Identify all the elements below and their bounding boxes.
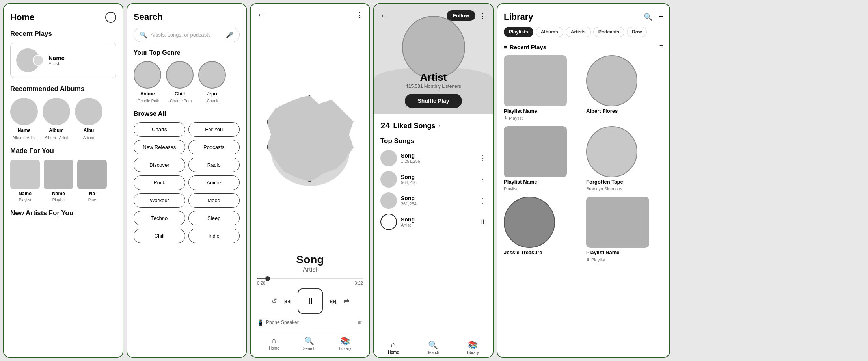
total-time: 3:22 xyxy=(355,281,363,285)
browse-radio-button[interactable]: Radio xyxy=(188,158,240,172)
library-item-4[interactable]: Forgotten Tape Brooklyn Simmons xyxy=(586,126,663,191)
follow-button[interactable]: Follow xyxy=(447,10,475,21)
small-art-circle xyxy=(33,55,44,66)
liked-arrow-icon: › xyxy=(439,122,441,129)
browse-workout-button[interactable]: Workout xyxy=(134,193,185,208)
song-plays-1: 1,251,256 xyxy=(401,159,475,164)
song-artist: Artist xyxy=(257,266,363,273)
library-nav-icon: 📚 xyxy=(340,336,350,346)
next-button[interactable]: ⏭ xyxy=(329,297,337,306)
tab-podcasts[interactable]: Podcasts xyxy=(593,27,624,37)
artist-more-button[interactable]: ⋮ xyxy=(479,11,486,20)
genre-item-jpop[interactable]: J-po · Charlie xyxy=(198,61,226,103)
shuffle-play-button[interactable]: Shuffle Play xyxy=(405,94,462,108)
repeat-button[interactable]: ↺ xyxy=(271,297,277,305)
browse-charts-button[interactable]: Charts xyxy=(134,122,185,137)
artist-nav-library[interactable]: 📚 Library xyxy=(467,340,479,355)
artist-song-row-1[interactable]: Song 1,251,256 ⋮ xyxy=(380,150,486,166)
shuffle-button[interactable]: ⇌ xyxy=(343,297,349,305)
album-item-3[interactable]: Albu Album xyxy=(75,98,102,140)
progress-times: 0:20 3:22 xyxy=(257,281,363,285)
song-name-1: Song xyxy=(401,153,475,159)
playlist-item-1[interactable]: Name Playlist xyxy=(10,160,40,202)
browse-chill-button[interactable]: Chill xyxy=(134,229,185,243)
artist-header-area: ← Follow ⋮ Artist 415,581 Monthly Listen… xyxy=(374,4,493,114)
profile-button[interactable] xyxy=(105,12,116,23)
search-input[interactable]: Artists, songs, or podcasts xyxy=(151,32,223,38)
tab-artists[interactable]: Artists xyxy=(566,27,591,37)
library-item-3[interactable]: Playlist Name Playlist xyxy=(504,126,581,191)
player-screen: ← ⋮ Song Artist 0:20 3:22 ↺ ⏮ ⏸ ⏭ ⇌ 📱 Ph… xyxy=(250,3,370,358)
nav-home[interactable]: ⌂ Home xyxy=(269,336,279,351)
progress-dot xyxy=(265,276,270,281)
search-bar[interactable]: 🔍 Artists, songs, or podcasts 🎤 xyxy=(134,28,240,42)
artist-back-button[interactable]: ← xyxy=(380,11,388,20)
browse-podcasts-button[interactable]: Podcasts xyxy=(188,140,240,154)
song-art-1 xyxy=(380,150,397,166)
browse-for-you-button[interactable]: For You xyxy=(188,122,240,137)
song-more-1[interactable]: ⋮ xyxy=(479,154,486,162)
browse-discover-button[interactable]: Discover xyxy=(134,158,185,172)
tab-albums[interactable]: Albums xyxy=(536,27,563,37)
microphone-icon[interactable]: 🎤 xyxy=(226,31,234,39)
browse-anime-button[interactable]: Anime xyxy=(188,175,240,190)
lib-sub-text-4: Brooklyn Simmons xyxy=(586,186,622,191)
progress-bar[interactable] xyxy=(257,278,363,279)
previous-button[interactable]: ⏮ xyxy=(283,297,291,306)
tab-downloads[interactable]: Dow xyxy=(627,27,647,37)
top-genre-title: Your Top Genre xyxy=(134,49,240,56)
nav-library[interactable]: 📚 Library xyxy=(339,336,351,351)
genre-art-anime xyxy=(134,61,161,89)
artist-nav-home[interactable]: ⌂ Home xyxy=(388,340,399,355)
browse-sleep-button[interactable]: Sleep xyxy=(188,211,240,225)
artist-info: Artist 415,581 Monthly Listeners Shuffle… xyxy=(405,71,462,108)
artist-song-row-3[interactable]: Song 261,254 ⋮ xyxy=(380,192,486,209)
liked-songs-row[interactable]: 24 Liked Songs › xyxy=(380,121,486,131)
browse-techno-button[interactable]: Techno xyxy=(134,211,185,225)
genre-item-anime[interactable]: Anime · Charlie Puth xyxy=(134,61,161,103)
playlist-art-1 xyxy=(10,160,40,189)
pause-button[interactable]: ⏸ xyxy=(298,288,323,314)
browse-indie-button[interactable]: Indie xyxy=(188,229,240,243)
library-grid: Playlist Name ⬇ Playlist Albert Flores P… xyxy=(504,55,663,262)
library-item-6[interactable]: Playlist Name ⬇ Playlist xyxy=(586,197,663,262)
tab-playlists[interactable]: Playlists xyxy=(504,27,533,37)
artist-song-row-4[interactable]: Song Artist ⏸ xyxy=(380,214,486,230)
more-options-button[interactable]: ⋮ xyxy=(356,11,363,19)
browse-mood-button[interactable]: Mood xyxy=(188,193,240,208)
library-add-icon[interactable]: + xyxy=(659,13,663,21)
genre-sub-anime: · Charlie Puth xyxy=(136,99,160,103)
top-songs-title: Top Songs xyxy=(380,137,486,145)
album-item-1[interactable]: Name Album · Artist xyxy=(10,98,38,140)
library-search-icon[interactable]: 🔍 xyxy=(644,13,652,21)
back-button[interactable]: ← xyxy=(257,10,265,19)
recent-plays-label: ≡ Recent Plays xyxy=(504,44,546,50)
genre-label-jpop: J-po xyxy=(207,91,217,97)
album-item-2[interactable]: Album Album · Artist xyxy=(43,98,70,140)
library-item-2[interactable]: Albert Flores xyxy=(586,55,663,121)
queue-icon[interactable]: ≡↑ xyxy=(358,320,363,325)
speaker-label: Phone Speaker xyxy=(266,320,299,325)
nav-search[interactable]: 🔍 Search xyxy=(303,336,316,351)
recent-plays-card[interactable]: Name Artist xyxy=(10,43,116,78)
browse-rock-button[interactable]: Rock xyxy=(134,175,185,190)
sort-icon[interactable]: ≡ xyxy=(504,44,507,50)
playlist-item-2[interactable]: Name Playlist xyxy=(44,160,73,202)
song-more-2[interactable]: ⋮ xyxy=(479,175,486,184)
artist-search-nav-label: Search xyxy=(427,350,439,355)
artist-nav-search[interactable]: 🔍 Search xyxy=(427,340,439,355)
playlist-name-3: Na xyxy=(89,191,95,196)
list-view-icon[interactable]: ≡ xyxy=(659,43,663,50)
song-more-3[interactable]: ⋮ xyxy=(479,196,486,205)
artist-bottom-nav: ⌂ Home 🔍 Search 📚 Library xyxy=(374,336,493,357)
library-item-1[interactable]: Playlist Name ⬇ Playlist xyxy=(504,55,581,121)
artist-song-row-2[interactable]: Song 568,256 ⋮ xyxy=(380,171,486,188)
genre-item-chill[interactable]: Chill · Charlie Puth xyxy=(166,61,194,103)
playlist-name-2: Name xyxy=(52,191,65,196)
pause-inline-icon[interactable]: ⏸ xyxy=(479,218,486,226)
album-art-3 xyxy=(75,98,102,125)
song-art-2 xyxy=(380,171,397,188)
library-item-5[interactable]: Jessie Treasure xyxy=(504,197,581,262)
playlist-item-3[interactable]: Na Play xyxy=(77,160,107,202)
browse-new-releases-button[interactable]: New Releases xyxy=(134,140,185,154)
